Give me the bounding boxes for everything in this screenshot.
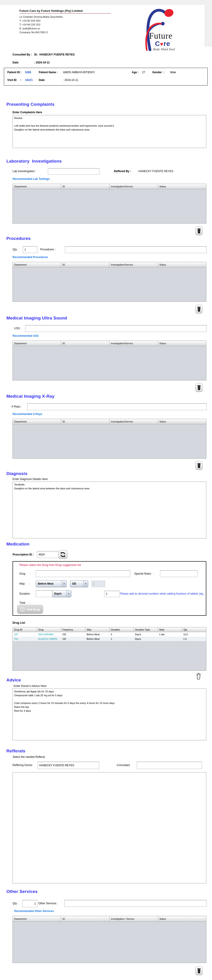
svg-text:↻: ↻ bbox=[198, 308, 200, 310]
other-services-input[interactable] bbox=[64, 900, 207, 907]
other-services-table: Department ID Investigation / Service St… bbox=[13, 916, 206, 963]
consultant-input[interactable] bbox=[137, 762, 202, 769]
age-label: Age : bbox=[132, 71, 138, 74]
duration-input[interactable] bbox=[36, 590, 53, 597]
drug-input[interactable] bbox=[36, 570, 130, 577]
drug-row[interactable]: 701 ELASTIC CREPE OD Before Meal 1 Day/s… bbox=[13, 637, 206, 641]
drug-row-way: Before Meal bbox=[85, 632, 109, 637]
drug-row-duration: 5 bbox=[109, 632, 133, 637]
section-title-diagnosis: Diagnosis bbox=[6, 471, 27, 476]
drug-row-name[interactable]: DICLOFENAC bbox=[37, 632, 61, 637]
trash-icon: ↻ bbox=[197, 385, 201, 390]
futurecare-logo: Future C♥re Body Mind Soul bbox=[135, 5, 190, 51]
tablet-qty-input[interactable] bbox=[104, 591, 120, 597]
frequency-select[interactable]: OD ▼ bbox=[70, 580, 88, 587]
col-status: Status bbox=[158, 184, 206, 189]
col-id: ID bbox=[61, 341, 109, 346]
drug-row[interactable]: 237 DICLOFENAC OD Before Meal 5 Day/s 1 … bbox=[13, 632, 206, 637]
duration-type-select[interactable]: Day/s ▼ bbox=[52, 590, 71, 597]
trash-icon: ↻ bbox=[197, 463, 201, 468]
col-id: ID bbox=[61, 184, 109, 189]
advice-textarea[interactable]: Diclofenac gel Apply tds for 10 days Ome… bbox=[13, 689, 206, 740]
fraction-note: Please add as decimal numbers when addin… bbox=[120, 592, 205, 595]
visit-id-label: Visit ID : bbox=[7, 78, 21, 82]
advice-label: Enter Doctor's Advice Here bbox=[14, 684, 47, 687]
drug-label: Drug : bbox=[19, 572, 31, 575]
company-name: Future Care by Future Holdings (Pty) Lim… bbox=[19, 9, 129, 13]
dose-input bbox=[92, 581, 105, 587]
dropdown-arrow-icon: ▼ bbox=[61, 581, 66, 587]
special-notes-input[interactable] bbox=[160, 570, 198, 577]
clear-xray-button[interactable]: ↻ bbox=[196, 461, 202, 470]
drug-list-label: Drug List bbox=[13, 621, 25, 624]
col-investigation: Investigation/Service bbox=[110, 341, 158, 346]
uss-input-label: USS : bbox=[14, 327, 21, 330]
consultant-label: Consultant bbox=[117, 764, 130, 767]
recommended-uss-link[interactable]: Recommended USS bbox=[13, 334, 39, 337]
refresh-icon bbox=[60, 552, 66, 558]
procedures-qty-input[interactable] bbox=[23, 246, 37, 253]
diagnosis-textarea[interactable]: Tendinitis Ganglion on the lateral area … bbox=[13, 482, 206, 538]
col-status: Status bbox=[158, 916, 206, 921]
way-select[interactable]: Before Meal ▼ bbox=[36, 580, 67, 587]
patient-id-value: 5285 bbox=[25, 71, 31, 74]
recommended-xray-link[interactable]: Recommended X-Rays bbox=[13, 412, 42, 416]
col-investigation: Investigation/Service bbox=[110, 184, 158, 189]
company-underline bbox=[19, 13, 111, 14]
heart-icon: ♥ bbox=[160, 41, 164, 47]
recommended-procedures-link[interactable]: Recommended Procedures bbox=[13, 256, 48, 259]
other-qty-input[interactable] bbox=[22, 900, 37, 907]
section-title-lab: Laboratory Investigations bbox=[6, 159, 62, 164]
add-drug-label: Add Drug bbox=[26, 608, 40, 611]
consult-date-label: Date bbox=[13, 61, 18, 64]
recommended-other-services-link[interactable]: Recommended Other Services bbox=[14, 910, 54, 913]
special-notes-label: Special Notes : bbox=[134, 572, 154, 575]
recommended-lab-link[interactable]: Recommended Lab Testings bbox=[13, 177, 50, 181]
section-title-refferals: Refferals bbox=[6, 749, 25, 754]
company-email: E: jude@future.sc bbox=[19, 27, 129, 30]
procedures-table-header: Department ID Investigation/Service Stat… bbox=[13, 262, 206, 267]
total-label: Total : bbox=[19, 601, 31, 605]
xray-input-label: X-Rays : bbox=[11, 405, 22, 408]
prescription-id-input[interactable] bbox=[37, 551, 59, 558]
xray-input[interactable] bbox=[27, 403, 207, 410]
col-investigation: Investigation/Service bbox=[110, 419, 158, 424]
reffering-doctor-input[interactable] bbox=[38, 762, 99, 769]
procedures-input[interactable] bbox=[65, 246, 207, 253]
drug-row-name[interactable]: ELASTIC CREPE bbox=[37, 637, 61, 641]
uss-input[interactable] bbox=[25, 325, 207, 332]
add-drug-button[interactable]: + Add Drug bbox=[17, 605, 43, 614]
clear-procedures-button[interactable]: ↻ bbox=[196, 305, 202, 313]
company-number: Company No.8417652-2 bbox=[19, 30, 129, 34]
other-qty-label: Qty : bbox=[13, 902, 18, 905]
refferals-list-box[interactable] bbox=[13, 772, 206, 883]
section-title-complaints: Presenting Complaints bbox=[6, 102, 55, 107]
clear-lab-button[interactable]: ↻ bbox=[196, 226, 202, 235]
clear-other-services-button[interactable]: ↻ bbox=[196, 966, 202, 975]
col-status: Status bbox=[158, 341, 206, 346]
drug-row-way: Before Meal bbox=[85, 637, 109, 641]
other-services-input-label: Other Services : bbox=[38, 902, 58, 905]
section-title-advice: Advice bbox=[6, 678, 21, 682]
svg-text:↻: ↻ bbox=[198, 465, 200, 467]
diagnosis-label: Enter Diagnosis Details Here bbox=[13, 477, 48, 480]
complaints-textarea[interactable]: Review Left ankle joint has the thickest… bbox=[13, 115, 206, 148]
header-right-gray-block bbox=[204, 0, 212, 47]
clear-uss-button[interactable]: ↻ bbox=[196, 383, 202, 392]
procedures-input-label: Procedures : bbox=[40, 248, 56, 251]
uss-table: Department ID Investigation/Service Stat… bbox=[13, 340, 206, 380]
gender-label: Gender : bbox=[152, 71, 164, 74]
procedures-qty-label: Qty : bbox=[13, 248, 18, 251]
drug-row-frequency: OD bbox=[61, 637, 85, 641]
clear-advice-button[interactable] bbox=[195, 671, 202, 681]
col-department: Department bbox=[13, 262, 61, 267]
drug-list-table: Drug ID Drug Fequency Way Duration Durat… bbox=[13, 627, 206, 671]
xray-table: Department ID Investigation/Service Stat… bbox=[13, 419, 206, 459]
lab-investigation-input[interactable] bbox=[48, 168, 100, 175]
company-address: Le Chainter,Victoria,Mahe,Seychelles bbox=[19, 15, 129, 19]
consulted-by-label: Consulted By : bbox=[13, 53, 32, 56]
col-id: ID bbox=[61, 419, 109, 424]
refresh-prescription-button[interactable] bbox=[58, 550, 67, 559]
logo-care-re: re bbox=[164, 40, 170, 47]
section-title-xray: Medical Imaging X-Ray bbox=[6, 394, 55, 399]
